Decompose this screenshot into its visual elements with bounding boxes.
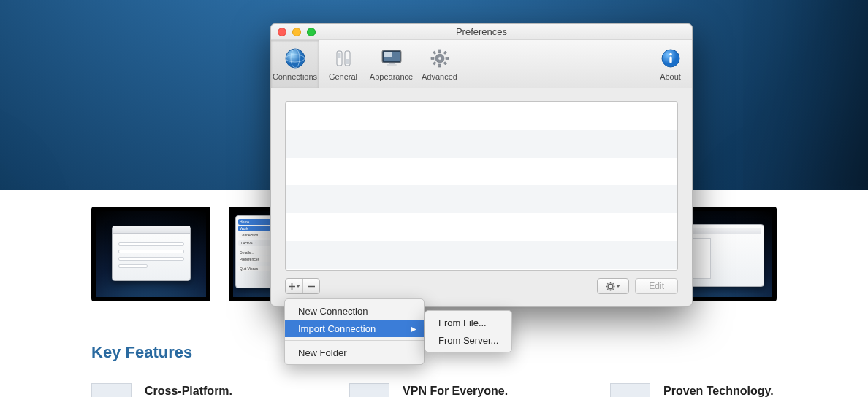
- tab-connections[interactable]: Connections: [271, 40, 319, 88]
- svg-rect-20: [443, 51, 446, 54]
- svg-rect-6: [346, 59, 349, 64]
- chevron-down-icon: [616, 285, 620, 288]
- feature-title: Proven Technology.: [663, 385, 774, 397]
- svg-rect-19: [443, 62, 446, 65]
- svg-rect-18: [433, 51, 435, 54]
- feature-icon: [349, 383, 389, 397]
- tab-label: Appearance: [370, 72, 413, 81]
- tab-label: Advanced: [422, 72, 457, 81]
- toolbar: Connections General: [271, 40, 692, 88]
- menu-from-server[interactable]: From Server...: [425, 331, 511, 349]
- svg-rect-21: [433, 62, 435, 65]
- menu-label: New Folder: [298, 347, 346, 358]
- menu-label: From Server...: [438, 335, 498, 346]
- action-menu-button[interactable]: [598, 279, 628, 293]
- tab-appearance[interactable]: Appearance: [368, 40, 416, 88]
- info-icon: [659, 47, 682, 70]
- menu-new-connection[interactable]: New Connection: [285, 302, 424, 320]
- connections-list[interactable]: [285, 101, 678, 271]
- svg-rect-24: [669, 57, 671, 63]
- minus-icon: [308, 283, 315, 290]
- svg-line-32: [613, 283, 614, 284]
- svg-point-23: [669, 53, 672, 56]
- switch-icon: [332, 47, 355, 70]
- menu-label: New Connection: [298, 306, 368, 317]
- features-heading: Key Features: [91, 343, 192, 362]
- gallery-thumb[interactable]: [91, 207, 210, 301]
- tab-label: General: [329, 72, 357, 81]
- add-menu: New Connection Import Connection ▶ New F…: [284, 298, 425, 365]
- feature-title: VPN For Everyone.: [403, 385, 508, 397]
- feature-icon: [610, 383, 650, 397]
- svg-rect-5: [338, 53, 340, 58]
- tab-about[interactable]: About: [652, 40, 689, 88]
- edit-button[interactable]: Edit: [635, 278, 678, 294]
- window-title: Preferences: [271, 26, 692, 37]
- feature-icon: [91, 383, 132, 397]
- svg-point-13: [438, 57, 441, 61]
- svg-line-30: [608, 283, 609, 284]
- tab-label: About: [660, 72, 681, 81]
- svg-rect-11: [387, 64, 397, 66]
- gear-icon: [428, 47, 452, 70]
- import-submenu: From File... From Server...: [425, 310, 512, 352]
- monitor-icon: [380, 47, 403, 70]
- gear-icon: [606, 282, 615, 291]
- svg-line-31: [613, 288, 614, 289]
- svg-rect-17: [446, 58, 449, 60]
- svg-rect-10: [389, 63, 395, 64]
- menu-separator: [285, 340, 424, 341]
- menu-new-folder[interactable]: New Folder: [285, 344, 424, 361]
- menu-from-file[interactable]: From File...: [425, 314, 511, 331]
- remove-button[interactable]: [302, 279, 319, 293]
- svg-rect-15: [438, 64, 441, 67]
- list-controls: Edit: [285, 277, 678, 296]
- tab-label: Connections: [273, 72, 317, 81]
- chevron-down-icon: [296, 285, 300, 288]
- titlebar: Preferences: [271, 24, 692, 40]
- menu-label: Import Connection: [298, 323, 376, 334]
- plus-icon: [289, 283, 295, 290]
- svg-line-33: [608, 288, 609, 289]
- svg-point-25: [609, 284, 614, 289]
- feature-title: Cross-Platform.: [145, 385, 232, 397]
- svg-rect-9: [384, 52, 392, 57]
- preferences-window: Preferences Connections: [270, 23, 693, 307]
- globe-icon: [283, 47, 307, 70]
- menu-label: From File...: [438, 317, 487, 328]
- tab-general[interactable]: General: [319, 40, 368, 88]
- svg-rect-14: [438, 50, 441, 53]
- add-button[interactable]: [286, 279, 302, 293]
- features-row: Cross-Platform. VPN For Everyone. Proven…: [91, 383, 774, 397]
- menu-import-connection[interactable]: Import Connection ▶: [285, 320, 424, 337]
- tab-advanced[interactable]: Advanced: [416, 40, 464, 88]
- svg-rect-16: [431, 58, 434, 60]
- submenu-arrow-icon: ▶: [411, 325, 416, 333]
- svg-point-0: [286, 49, 305, 68]
